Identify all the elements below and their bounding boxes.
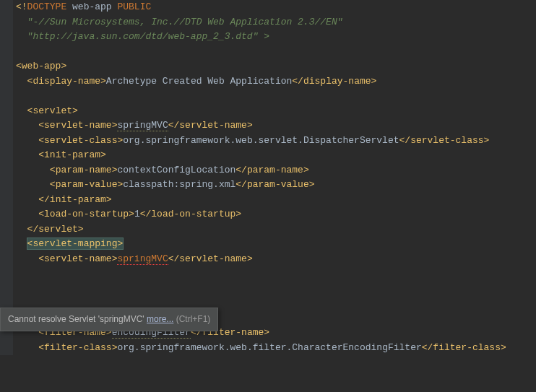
code-line [16, 45, 536, 60]
code-line: <servlet-mapping> [16, 237, 536, 252]
code-line: <display-name>Archetype Created Web Appl… [16, 74, 536, 90]
code-line: </servlet> [16, 222, 536, 238]
code-editor[interactable]: <!DOCTYPE web-app PUBLIC "-//Sun Microsy… [0, 0, 536, 355]
error-tooltip: Cannot resolve Servlet 'springMVC' more.… [0, 308, 218, 331]
code-line [16, 89, 536, 104]
code-line: <web-app> [16, 59, 536, 74]
code-line: <load-on-startup>1</load-on-startup> [16, 207, 536, 222]
code-line: <!DOCTYPE web-app PUBLIC [16, 0, 536, 15]
tooltip-more-link[interactable]: more... [147, 314, 173, 324]
code-line: "-//Sun Microsystems, Inc.//DTD Web Appl… [16, 15, 536, 30]
code-line: <servlet> [16, 104, 536, 119]
tooltip-message: Cannot resolve Servlet 'springMVC' [8, 314, 147, 324]
error-value: springMVC [117, 253, 168, 265]
tooltip-shortcut: (Ctrl+F1) [173, 314, 210, 324]
code-line [16, 282, 536, 297]
code-line [16, 266, 536, 282]
code-line: <servlet-name>springMVC</servlet-name> [16, 118, 536, 134]
gutter [0, 0, 13, 355]
code-line: <param-name>contextConfigLocation</param… [16, 163, 536, 178]
code-line: <init-param> [16, 148, 536, 163]
code-line: <param-value>classpath:spring.xml</param… [16, 178, 536, 193]
code-line: "http://java.sun.com/dtd/web-app_2_3.dtd… [16, 30, 536, 45]
code-line: </init-param> [16, 193, 536, 208]
code-line: <servlet-class>org.springframework.web.s… [16, 134, 536, 149]
code-line: <filter-class>org.springframework.web.fi… [16, 341, 536, 356]
code-line: <servlet-name>springMVC</servlet-name> [16, 252, 536, 267]
